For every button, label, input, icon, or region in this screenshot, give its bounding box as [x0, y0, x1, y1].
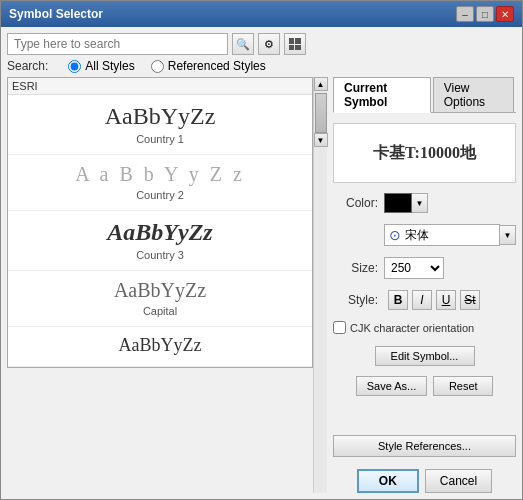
symbol-name-2: Country 2	[136, 189, 184, 201]
search-row: 🔍 ⚙	[7, 33, 516, 55]
bold-button[interactable]: B	[388, 290, 408, 310]
color-row: Color: ▼	[333, 193, 516, 213]
symbol-preview-1: AaBbYyZz	[18, 103, 302, 130]
save-as-button[interactable]: Save As...	[356, 376, 428, 396]
font-icon: ⊙	[389, 227, 401, 243]
list-item[interactable]: AaBbYyZz	[8, 327, 312, 367]
symbol-name-1: Country 1	[136, 133, 184, 145]
strikethrough-button[interactable]: St	[460, 290, 480, 310]
symbol-list: ESRI AaBbYyZz Country 1 A a B b Y y Z z …	[7, 77, 313, 368]
cjk-checkbox-row: CJK character orientation	[333, 321, 516, 334]
search-button[interactable]: 🔍	[232, 33, 254, 55]
symbol-name-3: Country 3	[136, 249, 184, 261]
tab-view-options[interactable]: View Options	[433, 77, 514, 112]
all-styles-radio-group: All Styles	[68, 59, 134, 73]
ok-button[interactable]: OK	[357, 469, 419, 493]
title-bar: Symbol Selector – □ ✕	[1, 1, 522, 27]
cjk-label: CJK character orientation	[350, 322, 474, 334]
color-swatch[interactable]	[384, 193, 412, 213]
bottom-actions: Style References... OK Cancel	[333, 435, 516, 493]
font-select[interactable]: ⊙ 宋体	[384, 224, 500, 246]
search-options-button[interactable]: ⚙	[258, 33, 280, 55]
size-label: Size:	[333, 261, 378, 275]
style-references-button[interactable]: Style References...	[333, 435, 516, 457]
scroll-up-button[interactable]: ▲	[314, 77, 328, 91]
tabs-row: Current Symbol View Options	[333, 77, 516, 113]
size-select[interactable]: 250	[384, 257, 444, 279]
maximize-button[interactable]: □	[476, 6, 494, 22]
main-area: ESRI AaBbYyZz Country 1 A a B b Y y Z z …	[7, 77, 516, 493]
save-reset-row: Save As... Reset	[333, 376, 516, 396]
symbol-selector-window: Symbol Selector – □ ✕ 🔍 ⚙ Search: Al	[0, 0, 523, 500]
edit-symbol-button[interactable]: Edit Symbol...	[375, 346, 475, 366]
style-row: Style: B I U St	[333, 290, 516, 310]
radio-row: Search: All Styles Referenced Styles	[7, 59, 516, 73]
referenced-styles-label: Referenced Styles	[168, 59, 266, 73]
list-item[interactable]: A a B b Y y Z z Country 2	[8, 155, 312, 211]
ok-cancel-row: OK Cancel	[333, 469, 516, 493]
cjk-checkbox[interactable]	[333, 321, 346, 334]
referenced-styles-radio[interactable]	[151, 60, 164, 73]
esri-label: ESRI	[8, 78, 312, 95]
symbol-preview-2: A a B b Y y Z z	[18, 163, 302, 186]
symbol-list-wrapper: ESRI AaBbYyZz Country 1 A a B b Y y Z z …	[7, 77, 327, 493]
search-input[interactable]	[7, 33, 228, 55]
all-styles-label: All Styles	[85, 59, 134, 73]
title-controls: – □ ✕	[456, 6, 514, 22]
window-title: Symbol Selector	[9, 7, 103, 21]
vertical-scrollbar: ▲ ▼	[313, 77, 327, 493]
tab-current-symbol[interactable]: Current Symbol	[333, 77, 431, 113]
color-dropdown-arrow[interactable]: ▼	[412, 193, 428, 213]
scroll-thumb[interactable]	[315, 93, 327, 133]
list-item[interactable]: AaBbYyZz Country 3	[8, 211, 312, 271]
list-item[interactable]: AaBbYyZz Country 1	[8, 95, 312, 155]
underline-button[interactable]: U	[436, 290, 456, 310]
style-label: Style:	[333, 293, 378, 307]
symbol-preview-5: AaBbYyZz	[18, 335, 302, 356]
right-panel: Current Symbol View Options 卡基T:10000地 C…	[333, 77, 516, 493]
size-row: Size: 250	[333, 257, 516, 279]
search-label: Search:	[7, 59, 48, 73]
symbol-preview-4: AaBbYyZz	[18, 279, 302, 302]
main-content: 🔍 ⚙ Search: All Styles Referenced Styles	[1, 27, 522, 499]
symbol-preview-box: 卡基T:10000地	[333, 123, 516, 183]
symbol-name-4: Capital	[143, 305, 177, 317]
font-row: ⊙ 宋体 ▼	[333, 224, 516, 246]
grid-view-button[interactable]	[284, 33, 306, 55]
font-name: 宋体	[405, 227, 429, 244]
style-buttons: B I U St	[388, 290, 480, 310]
preview-text: 卡基T:10000地	[373, 143, 476, 164]
symbol-preview-3: AaBbYyZz	[18, 219, 302, 246]
minimize-button[interactable]: –	[456, 6, 474, 22]
cancel-button[interactable]: Cancel	[425, 469, 492, 493]
italic-button[interactable]: I	[412, 290, 432, 310]
color-label: Color:	[333, 196, 378, 210]
list-item[interactable]: AaBbYyZz Capital	[8, 271, 312, 327]
all-styles-radio[interactable]	[68, 60, 81, 73]
scroll-down-button[interactable]: ▼	[314, 133, 328, 147]
referenced-styles-radio-group: Referenced Styles	[151, 59, 266, 73]
font-dropdown-arrow[interactable]: ▼	[500, 225, 516, 245]
close-button[interactable]: ✕	[496, 6, 514, 22]
reset-button[interactable]: Reset	[433, 376, 493, 396]
edit-symbol-row: Edit Symbol...	[333, 346, 516, 366]
grid-icon	[289, 38, 301, 50]
